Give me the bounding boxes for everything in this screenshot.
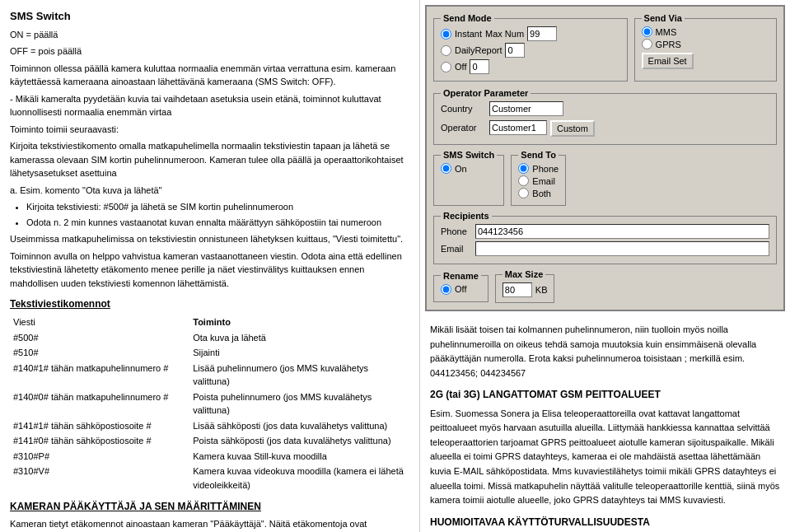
email-rec-input[interactable] (475, 241, 769, 256)
send-mode-fieldset: Send Mode Instant Max Num DailyReport Of… (433, 13, 628, 82)
text-content: Mikäli lisäät toisen tai kolmannen puhel… (420, 316, 790, 532)
esim-label: a. Esim. komento "Ota kuva ja lähetä" (10, 184, 409, 198)
operator-label: Operator (441, 123, 486, 133)
sms-sendto-row: SMS Switch On Send To Phone Email (433, 150, 777, 206)
email-sendto-row: Email (518, 175, 559, 186)
desc2: - Mikäli kameralta pyydetään kuvia tai v… (10, 92, 409, 119)
toiminto-cell: Sijainti (189, 345, 409, 361)
off-mode-label: Off (455, 62, 466, 72)
desc4: Toiminnon avulla on helppo vahvistua kam… (10, 250, 409, 291)
country-input[interactable] (489, 101, 563, 116)
table-row: #310#P#Kamera kuvaa Still-kuva moodilla (10, 449, 409, 464)
viesti-cell: #141#0# tähän sähköpostiosoite # (10, 433, 189, 449)
phone-rec-row: Phone (441, 224, 769, 239)
rename-fieldset: Rename Off (433, 271, 488, 302)
daily-report-radio[interactable] (441, 45, 451, 56)
phone-sendto-row: Phone (518, 163, 559, 174)
gprs-row: GPRS (642, 39, 769, 49)
country-label: Country (441, 104, 486, 114)
toiminto-cell: Poista puhelinnumero (jos MMS kuvalähety… (189, 390, 409, 418)
text2-title: 2G (tai 3G) LANGATTOMAT GSM PEITTOALUEET (430, 387, 780, 403)
viesti-cell: #310#P# (10, 449, 189, 464)
email-set-button[interactable]: Email Set (642, 53, 694, 69)
table-row: #141#1# tähän sähköpostiosoite #Lisää sä… (10, 418, 409, 434)
off-row: Off (441, 59, 620, 74)
table-row: #141#0# tähän sähköpostiosoite #Poista s… (10, 433, 409, 449)
on-label: ON = päällä (10, 28, 409, 42)
email-sendto-label: Email (532, 176, 555, 186)
both-sendto-row: Both (518, 188, 559, 198)
phone-rec-input[interactable] (475, 224, 769, 239)
sms-on-radio[interactable] (441, 163, 451, 174)
send-mode-send-via-row: Send Mode Instant Max Num DailyReport Of… (433, 13, 777, 82)
toiminto-cell: Lisää puhelinnumero (jos MMS kuvalähetys… (189, 361, 409, 390)
daily-report-label: DailyReport (455, 45, 502, 55)
operator-param-legend: Operator Parameter (441, 88, 531, 98)
sub-items: Kirjoita tekstiviesti: #500# ja lähetä s… (26, 200, 409, 229)
toiminto-title: Toiminto toimii seuraavasti: (10, 123, 409, 137)
both-sendto-radio[interactable] (518, 188, 529, 198)
off-val-input[interactable] (470, 59, 489, 74)
sms-on-row: On (441, 163, 497, 174)
max-num-input[interactable] (527, 26, 557, 41)
left-panel: SMS Switch ON = päällä OFF = pois päällä… (0, 0, 420, 532)
sms-switch-legend: SMS Switch (441, 150, 497, 160)
recipients-legend: Recipients (441, 211, 492, 221)
main-title: SMS Switch (10, 8, 409, 25)
paakay-desc: Kameran tietyt etäkomennot ainoastaan ka… (10, 517, 409, 532)
commands-table: Viesti Toiminto #500#Ota kuva ja lähetä#… (10, 315, 409, 492)
table-row: #310#V#Kamera kuvaa videokuva moodilla (… (10, 464, 409, 492)
email-rec-row: Email (441, 241, 769, 256)
send-to-legend: Send To (518, 150, 559, 160)
custom-button[interactable]: Custom (550, 120, 595, 137)
phone-sendto-radio[interactable] (518, 163, 529, 174)
mms-row: MMS (642, 26, 769, 37)
viesti-cell: #141#1# tähän sähköpostiosoite # (10, 418, 189, 434)
sub-item-1: Kirjoita tekstiviesti: #500# ja lähetä s… (26, 200, 409, 214)
max-size-input[interactable] (503, 282, 532, 297)
instant-label: Instant (455, 29, 482, 39)
viesti-cell: #310#V# (10, 464, 189, 492)
rename-off-radio[interactable] (441, 284, 451, 295)
mms-radio[interactable] (642, 26, 652, 37)
phone-sendto-label: Phone (532, 164, 559, 174)
operator-input[interactable] (489, 120, 547, 135)
rename-maxsize-row: Rename Off Max Size KB (433, 269, 777, 303)
col1-header: Viesti (10, 315, 189, 330)
off-radio[interactable] (441, 62, 451, 72)
operator-row: Operator Custom (441, 119, 769, 137)
gprs-label: GPRS (656, 40, 681, 49)
daily-val-input[interactable] (505, 43, 525, 58)
country-row: Country (441, 101, 769, 116)
kb-label: KB (535, 285, 548, 295)
max-size-fieldset: Max Size KB (495, 269, 555, 303)
teksiv-title: Tekstiviestikomennot (10, 296, 409, 311)
max-num-label: Max Num (485, 29, 524, 39)
send-via-fieldset: Send Via MMS GPRS Email Set (634, 13, 777, 82)
sms-on-label: On (455, 164, 467, 174)
recipients-fieldset: Recipients Phone Email (433, 211, 777, 264)
send-to-fieldset: Send To Phone Email Both (511, 150, 566, 206)
both-sendto-label: Both (532, 189, 551, 198)
toiminto-1: Kirjoita tekstiviestikomento omalla matk… (10, 139, 409, 180)
gprs-radio[interactable] (642, 39, 652, 49)
desc1: Toiminnon ollessa päällä kamera kuluttaa… (10, 62, 409, 89)
table-row: #140#1# tähän matkapuhelinnumero #Lisää … (10, 361, 409, 390)
instant-row: Instant Max Num (441, 26, 620, 41)
send-mode-legend: Send Mode (441, 13, 494, 23)
settings-area: Send Mode Instant Max Num DailyReport Of… (425, 5, 785, 311)
col2-header: Toiminto (189, 315, 409, 330)
toiminto-cell: Kamera kuvaa videokuva moodilla (kamera … (189, 464, 409, 492)
text2: Esim. Suomessa Sonera ja Elisa teleopera… (430, 407, 780, 508)
instant-radio[interactable] (441, 29, 451, 40)
sub-item-2: Odota n. 2 min kunnes vastaanotat kuvan … (26, 216, 409, 230)
rename-legend: Rename (441, 271, 481, 281)
viesti-cell: #500# (10, 330, 189, 346)
mms-label: MMS (656, 27, 677, 37)
rename-off-row: Off (441, 284, 481, 295)
viesti-cell: #140#1# tähän matkapuhelinnumero # (10, 361, 189, 390)
toiminto-cell: Lisää sähköposti (jos data kuvalähetys v… (189, 418, 409, 434)
viesti-cell: #510# (10, 345, 189, 361)
table-row: #500#Ota kuva ja lähetä (10, 330, 409, 346)
email-sendto-radio[interactable] (518, 175, 529, 186)
